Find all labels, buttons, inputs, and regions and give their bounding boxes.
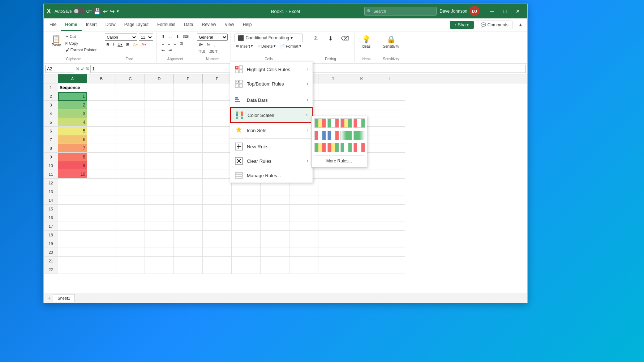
col-header-j[interactable]: J [318, 74, 347, 83]
row-16[interactable]: 16 [44, 213, 58, 222]
sensitivity-button[interactable]: 🔒 Sensitivity [381, 34, 402, 50]
row-10[interactable]: 10 [44, 161, 58, 170]
fill-button[interactable]: ⬇ [324, 34, 337, 43]
percent-button[interactable]: % [205, 42, 212, 48]
cell-f2[interactable] [203, 92, 232, 101]
scale-grn-yel-red[interactable] [314, 118, 326, 128]
cell-k2[interactable] [347, 92, 376, 101]
align-bottom-button[interactable]: ⬇ [175, 34, 181, 40]
tab-help[interactable]: Help [239, 18, 256, 31]
cell-f10[interactable] [203, 161, 232, 170]
cell-c9[interactable] [116, 153, 145, 161]
row-5[interactable]: 5 [44, 118, 58, 127]
conditional-formatting-button[interactable]: ⬛ Conditional Formatting ▾ [235, 34, 302, 42]
cell-b8[interactable] [87, 144, 116, 153]
scale-grn-wht-grn[interactable] [340, 143, 352, 152]
cell-j3[interactable] [318, 101, 347, 109]
scale-grn-wht[interactable] [353, 131, 365, 140]
cell-b1[interactable] [87, 83, 116, 92]
tab-file[interactable]: File [45, 18, 61, 31]
cell-l1[interactable] [376, 83, 405, 92]
menu-item-data-bars[interactable]: Data Bars › [230, 93, 313, 107]
cell-f3[interactable] [203, 101, 232, 109]
wrap-text-button[interactable]: ⌨ [181, 34, 190, 40]
align-right-button[interactable]: ≡ [172, 40, 177, 47]
row-13[interactable]: 13 [44, 187, 58, 196]
tab-review[interactable]: Review [197, 18, 220, 31]
row-8[interactable]: 8 [44, 144, 58, 153]
cell-l5[interactable] [376, 118, 405, 127]
redo-button[interactable]: ↪ [110, 8, 115, 15]
decrease-decimal-button[interactable]: ⇉.0 [197, 48, 206, 54]
cell-b6[interactable] [87, 127, 116, 135]
row-17[interactable]: 17 [44, 222, 58, 231]
cell-e1[interactable] [174, 83, 203, 92]
row-4[interactable]: 4 [44, 109, 58, 118]
row-1[interactable]: 1 [44, 83, 58, 92]
row-3[interactable]: 3 [44, 101, 58, 109]
cut-button[interactable]: ✂ Cut [64, 34, 98, 40]
cell-a8[interactable]: 7 [58, 144, 87, 153]
cell-c11[interactable] [116, 170, 145, 179]
cell-c6[interactable] [116, 127, 145, 135]
cell-a2[interactable]: 1 [58, 92, 87, 101]
cell-a5[interactable]: 4 [58, 118, 87, 127]
cell-c3[interactable] [116, 101, 145, 109]
font-family-select[interactable]: Calibri [105, 34, 137, 41]
menu-item-manage-rules[interactable]: Manage Rules... [230, 168, 313, 183]
col-header-k[interactable]: K [347, 74, 376, 83]
menu-item-top-bottom[interactable]: 10 Top/Bottom Rules › [230, 77, 313, 91]
scale-wht-grn[interactable] [340, 131, 352, 140]
cell-b2[interactable] [87, 92, 116, 101]
cell-e11[interactable] [174, 170, 203, 179]
cell-l11[interactable] [376, 170, 405, 179]
cell-l2[interactable] [376, 92, 405, 101]
cell-c8[interactable] [116, 144, 145, 153]
tab-formulas[interactable]: Formulas [153, 18, 180, 31]
cell-e10[interactable] [174, 161, 203, 170]
cell-k11[interactable] [347, 170, 376, 179]
align-middle-button[interactable]: ↔ [167, 34, 174, 40]
cell-k1[interactable] [347, 83, 376, 92]
add-sheet-button[interactable]: + [45, 295, 53, 301]
scale-red-wht-grn[interactable] [353, 118, 365, 128]
row-7[interactable]: 7 [44, 135, 58, 144]
menu-item-color-scales[interactable]: Color Scales › [230, 107, 313, 123]
cell-a4[interactable]: 3 [58, 109, 87, 118]
tab-view[interactable]: View [220, 18, 239, 31]
delete-ribbon-button[interactable]: ⊖ Delete▾ [256, 43, 277, 49]
align-center-button[interactable]: ≡ [166, 40, 171, 47]
copy-button[interactable]: ⎘ Copy [64, 40, 98, 46]
increase-decimal-button[interactable]: .00⇉ [207, 48, 219, 54]
fill-color-button[interactable]: A▾ [132, 42, 139, 48]
cell-f5[interactable] [203, 118, 232, 127]
cell-a9[interactable]: 8 [58, 153, 87, 161]
col-header-b[interactable]: B [87, 74, 116, 83]
row-20[interactable]: 20 [44, 248, 58, 257]
row-19[interactable]: 19 [44, 239, 58, 248]
menu-item-new-rule[interactable]: New Rule... [230, 139, 313, 154]
cell-b11[interactable] [87, 170, 116, 179]
maximize-button[interactable]: □ [498, 6, 511, 16]
cell-d4[interactable] [145, 109, 174, 118]
cell-d11[interactable] [145, 170, 174, 179]
cell-d1[interactable] [145, 83, 174, 92]
select-all-corner[interactable] [44, 74, 58, 83]
menu-item-clear-rules[interactable]: Clear Rules › [230, 154, 313, 168]
scale-grn-grn-red[interactable] [314, 143, 326, 152]
row-11[interactable]: 11 [44, 170, 58, 179]
save-button[interactable]: 💾 [94, 8, 101, 15]
cell-e5[interactable] [174, 118, 203, 127]
ribbon-collapse-button[interactable]: ▲ [515, 21, 526, 29]
row-21[interactable]: 21 [44, 257, 58, 265]
row-12[interactable]: 12 [44, 179, 58, 187]
cell-d9[interactable] [145, 153, 174, 161]
cell-f4[interactable] [203, 109, 232, 118]
row-14[interactable]: 14 [44, 196, 58, 205]
italic-button[interactable]: I [111, 42, 115, 48]
cell-e2[interactable] [174, 92, 203, 101]
cell-d8[interactable] [145, 144, 174, 153]
quick-access-more-button[interactable]: ▾ [117, 9, 119, 14]
cell-e7[interactable] [174, 135, 203, 144]
scale-blue-wht-red[interactable] [327, 131, 339, 140]
